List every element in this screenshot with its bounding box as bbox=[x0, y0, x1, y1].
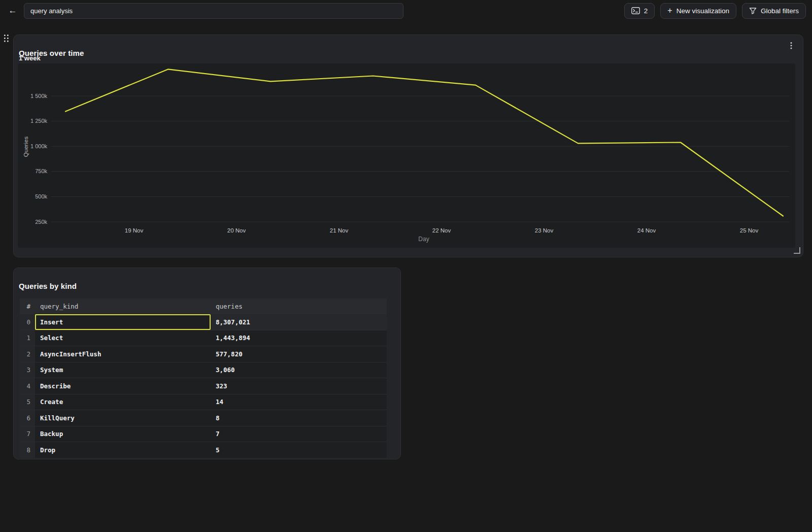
svg-text:Day: Day bbox=[418, 236, 429, 243]
back-button[interactable]: ← bbox=[6, 4, 19, 17]
selected-cell[interactable]: Insert bbox=[35, 314, 211, 330]
svg-text:250k: 250k bbox=[35, 219, 47, 225]
svg-text:1 000k: 1 000k bbox=[30, 143, 48, 149]
global-filters-button[interactable]: Global filters bbox=[742, 3, 806, 19]
global-filters-label: Global filters bbox=[761, 7, 799, 15]
query-kind-cell[interactable]: Create bbox=[35, 394, 211, 410]
kebab-vertical-icon bbox=[788, 44, 795, 51]
query-kind-cell[interactable]: Backup bbox=[35, 426, 211, 442]
corner-resize-icon[interactable] bbox=[794, 247, 800, 254]
query-kind-cell[interactable]: Select bbox=[35, 330, 211, 346]
funnel-icon bbox=[749, 7, 757, 15]
table-row: 2AsyncInsertFlush577,820 bbox=[20, 346, 387, 362]
queries-by-kind-panel: Queries by kind #query_kindqueries0Inser… bbox=[13, 268, 401, 459]
table-row: 7Backup7 bbox=[20, 426, 387, 442]
topbar-actions: 2 + New visualization Global filters bbox=[624, 3, 806, 19]
column-header-index[interactable]: # bbox=[20, 298, 35, 314]
queries-cell[interactable]: 8 bbox=[211, 410, 387, 426]
column-header-query-kind[interactable]: query_kind bbox=[35, 298, 211, 314]
svg-text:25 Nov: 25 Nov bbox=[740, 227, 759, 234]
queries-cell[interactable]: 14 bbox=[211, 394, 387, 410]
row-index-cell[interactable]: 8 bbox=[20, 442, 35, 458]
table-row: 3System3,060 bbox=[20, 362, 387, 378]
row-index-cell[interactable]: 5 bbox=[20, 394, 35, 410]
query-kind-cell[interactable]: Describe bbox=[35, 378, 211, 394]
dashboard-title-input[interactable] bbox=[24, 3, 403, 19]
query-kind-table: #query_kindqueries0Insert8,307,0211Selec… bbox=[20, 298, 387, 458]
chart-panel-subtitle: 1 week bbox=[19, 54, 41, 62]
query-kind-cell[interactable]: System bbox=[35, 362, 211, 378]
svg-text:1 500k: 1 500k bbox=[30, 93, 48, 99]
arrow-left-icon: ← bbox=[9, 6, 17, 15]
row-index-cell[interactable]: 2 bbox=[20, 346, 35, 362]
svg-text:19 Nov: 19 Nov bbox=[125, 227, 144, 234]
row-index-cell[interactable]: 3 bbox=[20, 362, 35, 378]
svg-text:Queries: Queries bbox=[23, 137, 29, 157]
svg-text:500k: 500k bbox=[35, 193, 47, 200]
new-visualization-label: New visualization bbox=[676, 7, 729, 15]
query-kind-cell[interactable]: AsyncInsertFlush bbox=[35, 346, 211, 362]
line-chart[interactable]: 1 500k1 250k1 000k750k500k250k19 Nov20 N… bbox=[18, 63, 795, 248]
table-row: 1Select1,443,894 bbox=[20, 330, 387, 346]
svg-text:20 Nov: 20 Nov bbox=[227, 227, 246, 234]
queries-cell[interactable]: 8,307,021 bbox=[211, 314, 387, 330]
svg-text:1 250k: 1 250k bbox=[30, 118, 48, 124]
panel-drag-handle[interactable] bbox=[3, 34, 11, 44]
queries-cell[interactable]: 323 bbox=[211, 378, 387, 394]
queries-cell[interactable]: 1,443,894 bbox=[211, 330, 387, 346]
plus-icon: + bbox=[667, 6, 672, 15]
console-window-icon bbox=[631, 7, 640, 14]
table-panel-title: Queries by kind bbox=[19, 282, 77, 290]
svg-text:22 Nov: 22 Nov bbox=[432, 227, 451, 234]
table-row: 4Describe323 bbox=[20, 378, 387, 394]
topbar: ← 2 + New visualization Global fil bbox=[0, 0, 812, 21]
table-row: 0Insert8,307,021 bbox=[20, 314, 387, 330]
svg-text:750k: 750k bbox=[35, 168, 47, 174]
row-index-cell[interactable]: 6 bbox=[20, 410, 35, 426]
table-row: 6KillQuery8 bbox=[20, 410, 387, 426]
queries-line-series bbox=[65, 69, 783, 216]
queries-over-time-panel: Queries over time 1 week 1 500k1 250k1 0… bbox=[13, 35, 803, 257]
queries-cell[interactable]: 7 bbox=[211, 426, 387, 442]
queries-cell[interactable]: 3,060 bbox=[211, 362, 387, 378]
column-header-queries[interactable]: queries bbox=[211, 298, 387, 314]
row-index-cell[interactable]: 0 bbox=[20, 314, 35, 330]
grip-dots-icon bbox=[3, 36, 10, 45]
query-kind-cell[interactable]: KillQuery bbox=[35, 410, 211, 426]
query-tabs-count: 2 bbox=[644, 7, 648, 15]
query-kind-cell[interactable]: Drop bbox=[35, 442, 211, 458]
queries-cell[interactable]: 5 bbox=[211, 442, 387, 458]
queries-cell[interactable]: 577,820 bbox=[211, 346, 387, 362]
row-index-cell[interactable]: 4 bbox=[20, 378, 35, 394]
svg-text:23 Nov: 23 Nov bbox=[535, 227, 554, 234]
row-index-cell[interactable]: 1 bbox=[20, 330, 35, 346]
row-index-cell[interactable]: 7 bbox=[20, 426, 35, 442]
svg-text:24 Nov: 24 Nov bbox=[637, 227, 656, 234]
query-tabs-button[interactable]: 2 bbox=[624, 3, 655, 19]
table-row: 8Drop5 bbox=[20, 442, 387, 458]
table-row: 5Create14 bbox=[20, 394, 387, 410]
chart-panel-menu-button[interactable] bbox=[786, 40, 797, 51]
new-visualization-button[interactable]: + New visualization bbox=[660, 3, 736, 19]
svg-text:21 Nov: 21 Nov bbox=[330, 227, 349, 234]
table-header-row: #query_kindqueries bbox=[20, 298, 387, 314]
